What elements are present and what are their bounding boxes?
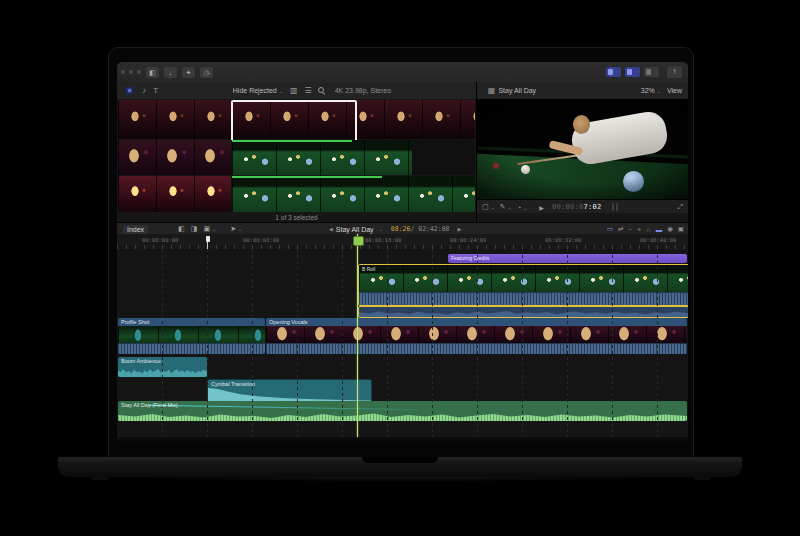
browser-pane: [117, 99, 476, 222]
clip-label: Opening Vocals: [269, 319, 308, 325]
gridline: [612, 249, 613, 437]
playhead-handle[interactable]: [353, 236, 364, 246]
audio-skimming-icon[interactable]: −: [628, 226, 632, 233]
chevron-down-icon: ⌄: [238, 226, 242, 232]
browser-clip-row-3[interactable]: [118, 176, 475, 212]
viewer-view-menu[interactable]: View: [667, 87, 682, 94]
color-correction-icon[interactable]: ✎⌄: [500, 203, 512, 211]
import-media-icon[interactable]: ↓: [164, 67, 177, 78]
snapping-icon[interactable]: ▬: [656, 226, 663, 233]
gridline: [252, 249, 253, 437]
clip-label: B Roll: [362, 266, 375, 272]
ruler-label: 00:08:32:00: [545, 237, 581, 243]
edit-insert-icon[interactable]: ◨: [191, 225, 198, 233]
filmstrip-view-icon[interactable]: ▥: [290, 86, 298, 95]
background-tasks-icon[interactable]: ◷: [200, 67, 213, 78]
viewer-project-title: Stay All Day: [498, 87, 536, 94]
timeline-view-options-icon[interactable]: ▭: [607, 225, 613, 233]
ruler-label: 00:08:16:00: [365, 237, 401, 243]
clip-label: Boom Ambience: [121, 358, 161, 364]
list-view-icon[interactable]: ☰: [305, 86, 312, 95]
audio-meter-right[interactable]: [616, 203, 618, 211]
solo-icon[interactable]: +: [637, 226, 641, 233]
viewer-timecode[interactable]: 00:00:07:02: [552, 203, 602, 211]
clip-label: Cymbal Transition: [211, 381, 255, 387]
photos-audio-sidebar-icon[interactable]: ♪: [142, 86, 146, 95]
previous-project-icon[interactable]: ◀: [329, 226, 333, 232]
timeline-pane-toggle[interactable]: [625, 67, 640, 77]
search-icon[interactable]: [318, 87, 325, 94]
browser-pane-toggle[interactable]: [606, 67, 621, 77]
inspector-pane-toggle[interactable]: [644, 67, 659, 77]
audio-meter-left[interactable]: [612, 203, 614, 211]
clip-thumb-pool[interactable]: [232, 140, 412, 175]
timeline-timecode-elapsed[interactable]: 08:26: [391, 225, 411, 233]
viewer-zoom-menu[interactable]: 32%: [641, 87, 655, 94]
gridline: [342, 249, 343, 437]
gridline: [477, 249, 478, 437]
timeline-timecode-total: / 02:42:08: [410, 225, 449, 233]
clip-label: Profile Shot: [121, 319, 149, 325]
share-button[interactable]: ↑: [667, 66, 682, 78]
edit-append-icon[interactable]: ▣: [203, 225, 210, 233]
vignette-overlay: [477, 99, 688, 199]
retime-icon[interactable]: ◔⌄: [517, 204, 527, 211]
timeline-ruler[interactable]: 00:08:00:00 00:08:08:00 00:08:16:00 00:0…: [117, 234, 688, 250]
index-button[interactable]: Index: [123, 225, 148, 234]
volume-automation-line[interactable]: [148, 405, 418, 411]
transitions-browser-icon[interactable]: ▣: [678, 225, 684, 233]
timeline-grid[interactable]: Featuring Credits B Roll Profile Shot: [117, 249, 688, 437]
clip-filter-menu[interactable]: Hide Rejected: [233, 87, 277, 94]
clip-audio-band: [359, 292, 688, 305]
minimize-window-button[interactable]: [129, 70, 133, 74]
gridline: [522, 249, 523, 437]
gridline: [387, 249, 388, 437]
crop-tools-icon[interactable]: ▢⌄: [482, 203, 495, 211]
audio-waveform: [118, 411, 687, 421]
sidebar-toggle-icon[interactable]: ◧: [146, 67, 159, 78]
selected-browser-clip[interactable]: [231, 100, 357, 142]
libraries-sidebar-icon[interactable]: ★: [124, 86, 135, 95]
play-icon[interactable]: ▶: [539, 204, 544, 211]
fullscreen-icon[interactable]: ⤢: [677, 203, 683, 211]
clip-selected-broll[interactable]: B Roll: [358, 264, 688, 306]
macbook-laptop: ◧ ↓ ✦ ◷ ↑ ★ ♪ T Hide Rejected ⌄ ▥ ☰ 4K 2…: [0, 0, 800, 536]
keyword-editor-icon[interactable]: ✦: [182, 67, 195, 78]
fcp-window: ◧ ↓ ✦ ◷ ↑ ★ ♪ T Hide Rejected ⌄ ▥ ☰ 4K 2…: [117, 62, 688, 441]
clip-thumb-stage-wide[interactable]: [118, 176, 231, 212]
laptop-lid-notch: [362, 457, 438, 463]
clip-thumb-singer[interactable]: [118, 140, 231, 175]
clip-selected-audio-component[interactable]: [358, 306, 688, 318]
ruler-label: 00:08:40:00: [640, 237, 676, 243]
clip-filmstrip: [359, 265, 688, 292]
clip-cymbal-transition[interactable]: Cymbal Transition: [207, 379, 372, 403]
audio-monitor-icon[interactable]: ∩: [646, 226, 651, 233]
gridline: [567, 249, 568, 437]
chevron-down-icon: ⌄: [212, 226, 216, 232]
browser-selection-status: 1 of 3 selected: [117, 213, 476, 222]
next-project-icon[interactable]: ▶: [458, 226, 462, 232]
clip-profile-shot[interactable]: Profile Shot: [118, 318, 265, 354]
clip-final-mix[interactable]: Stay All Day (Final Mix): [118, 401, 687, 421]
playhead[interactable]: [357, 234, 358, 437]
clip-thumb-pool[interactable]: [232, 176, 475, 212]
ruler-label: 00:08:24:00: [450, 237, 486, 243]
edit-connect-icon[interactable]: ◧: [178, 225, 185, 233]
skimming-icon[interactable]: ⇄: [618, 225, 623, 233]
viewer-pane[interactable]: [477, 99, 688, 199]
clip-label: Featuring Credits: [451, 255, 489, 261]
arrow-tool-icon[interactable]: ➤: [230, 225, 236, 233]
chevron-down-icon: ⌄: [279, 88, 283, 94]
ruler-label: 00:08:00:00: [142, 237, 178, 243]
close-window-button[interactable]: [121, 70, 125, 74]
effects-browser-icon[interactable]: ◉: [667, 225, 673, 233]
timeline-project-menu[interactable]: Stay All Day: [336, 226, 374, 233]
screen-bottom-strip: [117, 437, 688, 441]
gridline: [207, 249, 208, 437]
viewer-control-bar: ▢⌄ ✎⌄ ◔⌄ ▶ 00:00:07:02 ⤢: [477, 199, 688, 214]
window-titlebar: ◧ ↓ ✦ ◷ ↑: [117, 62, 688, 83]
browser-clip-row-2[interactable]: [118, 140, 475, 175]
zoom-window-button[interactable]: [137, 70, 141, 74]
titles-generators-sidebar-icon[interactable]: T: [153, 86, 158, 95]
viewer-under-strip: [477, 213, 688, 222]
